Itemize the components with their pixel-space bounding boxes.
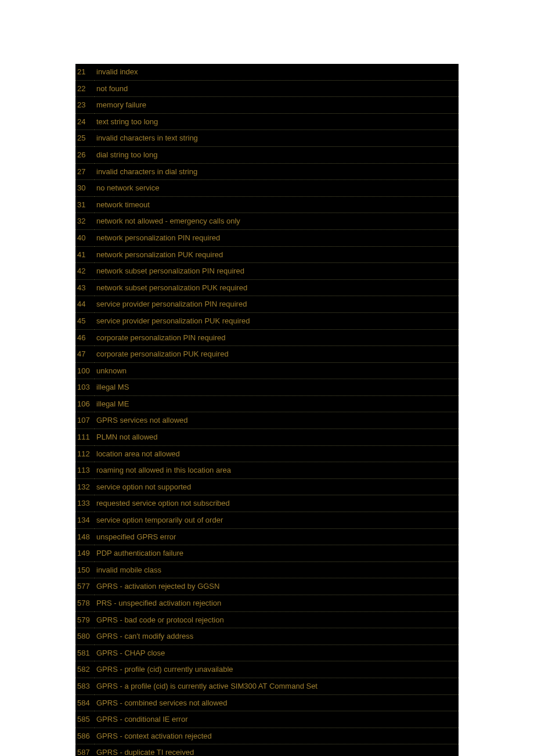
error-description: network timeout [95, 196, 459, 213]
error-description: PRS - unspecified activation rejection [95, 595, 459, 612]
table-row: 585 GPRS - conditional IE error [75, 711, 459, 728]
table-row: 581 GPRS - CHAP close [75, 645, 459, 661]
table-row: 47 corporate personalization PUK require… [75, 346, 459, 363]
table-row: 103illegal MS [75, 379, 459, 396]
error-description: GPRS - combined services not allowed [95, 694, 459, 711]
table-row: 584 GPRS - combined services not allowed [75, 694, 459, 711]
error-code: 25 [75, 130, 95, 147]
table-row: 150 invalid mobile class [75, 561, 459, 578]
table-row: 134 service option temporarily out of or… [75, 512, 459, 529]
error-code: 148 [75, 528, 95, 545]
error-code: 584 [75, 694, 95, 711]
error-code: 579 [75, 611, 95, 628]
table-row: 25 invalid characters in text string [75, 130, 459, 147]
error-code: 47 [75, 346, 95, 363]
error-code: 113 [75, 462, 95, 479]
error-description: text string too long [95, 113, 459, 130]
error-description: illegal ME [95, 395, 459, 412]
error-code: 27 [75, 163, 95, 180]
error-code: 111 [75, 429, 95, 446]
error-description: PDP authentication failure [95, 545, 459, 562]
error-description: network personalization PUK required [95, 246, 459, 263]
error-code: 106 [75, 395, 95, 412]
table-row: 23memory failure [75, 97, 459, 114]
error-code: 582 [75, 661, 95, 678]
error-code: 31 [75, 196, 95, 213]
error-description: corporate personalization PIN required [95, 329, 459, 346]
error-description: service provider personalization PIN req… [95, 296, 459, 313]
table-row: 113 roaming not allowed in this location… [75, 462, 459, 479]
error-code: 43 [75, 279, 95, 296]
table-row: 578 PRS - unspecified activation rejecti… [75, 595, 459, 612]
error-description: GPRS - activation rejected by GGSN [95, 578, 459, 595]
error-code: 32 [75, 213, 95, 230]
error-description: GPRS - a profile (cid) is currently acti… [95, 678, 459, 694]
error-code: 21 [75, 64, 95, 80]
table-row: 149 PDP authentication failure [75, 545, 459, 562]
error-description: service provider personalization PUK req… [95, 312, 459, 329]
table-row: 583 GPRS - a profile (cid) is currently … [75, 678, 459, 694]
error-description: invalid characters in text string [95, 130, 459, 147]
table-row: 24 text string too long [75, 113, 459, 130]
error-description: invalid characters in dial string [95, 163, 459, 180]
table-row: 21invalid index [75, 64, 459, 80]
error-code: 42 [75, 263, 95, 280]
error-description: invalid index [95, 64, 459, 80]
table-row: 22not found [75, 80, 459, 97]
error-code: 46 [75, 329, 95, 346]
table-row: 42 network subset personalization PIN re… [75, 263, 459, 280]
error-code-table: 21invalid index22not found23memory failu… [75, 64, 459, 756]
error-code: 132 [75, 478, 95, 495]
table-row: 43 network subset personalization PUK re… [75, 279, 459, 296]
error-code: 585 [75, 711, 95, 728]
error-code: 581 [75, 645, 95, 661]
error-code: 587 [75, 744, 95, 756]
error-description: illegal MS [95, 379, 459, 396]
table-row: 45 service provider personalization PUK … [75, 312, 459, 329]
table-row: 148 unspecified GPRS error [75, 528, 459, 545]
error-code: 586 [75, 728, 95, 744]
error-code: 100 [75, 362, 95, 379]
error-description: location area not allowed [95, 445, 459, 462]
error-code: 150 [75, 561, 95, 578]
table-row: 30no network service [75, 180, 459, 197]
table-row: 579 GPRS - bad code or protocol rejectio… [75, 611, 459, 628]
error-description: requested service option not subscribed [95, 495, 459, 512]
error-description: not found [95, 80, 459, 97]
table-row: 582 GPRS - profile (cid) currently unava… [75, 661, 459, 678]
error-code: 149 [75, 545, 95, 562]
error-description: roaming not allowed in this location are… [95, 462, 459, 479]
table-row: 111 PLMN not allowed [75, 429, 459, 446]
error-code: 112 [75, 445, 95, 462]
error-description: GPRS - can't modify address [95, 628, 459, 645]
error-description: dial string too long [95, 146, 459, 163]
table-row: 133 requested service option not subscri… [75, 495, 459, 512]
error-code: 107 [75, 412, 95, 429]
table-row: 587 GPRS - duplicate TI received [75, 744, 459, 756]
error-code: 41 [75, 246, 95, 263]
error-code: 40 [75, 229, 95, 246]
error-description: corporate personalization PUK required [95, 346, 459, 363]
error-code: 577 [75, 578, 95, 595]
error-description: GPRS services not allowed [95, 412, 459, 429]
error-description: GPRS - CHAP close [95, 645, 459, 661]
table-row: 100unknown [75, 362, 459, 379]
error-code: 580 [75, 628, 95, 645]
table-row: 31network timeout [75, 196, 459, 213]
table-row: 44 service provider personalization PIN … [75, 296, 459, 313]
error-description: GPRS - conditional IE error [95, 711, 459, 728]
error-description: service option not supported [95, 478, 459, 495]
table-row: 46 corporate personalization PIN require… [75, 329, 459, 346]
table-row: 40 network personalization PIN required [75, 229, 459, 246]
page: 21invalid index22not found23memory failu… [0, 0, 534, 756]
table-row: 580 GPRS - can't modify address [75, 628, 459, 645]
error-code: 133 [75, 495, 95, 512]
error-code: 22 [75, 80, 95, 97]
error-description: network subset personalization PIN requi… [95, 263, 459, 280]
table-row: 106illegal ME [75, 395, 459, 412]
error-description: unspecified GPRS error [95, 528, 459, 545]
table-row: 132 service option not supported [75, 478, 459, 495]
error-code: 24 [75, 113, 95, 130]
error-code: 578 [75, 595, 95, 612]
table-row: 107 GPRS services not allowed [75, 412, 459, 429]
